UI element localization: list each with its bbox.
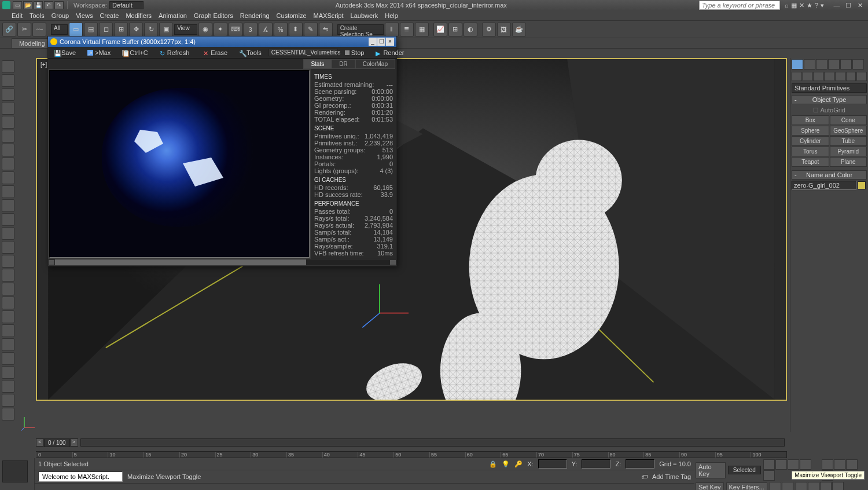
autogrid-checkbox[interactable]: ☐ AutoGrid: [792, 105, 867, 115]
goto-end-icon[interactable]: [763, 470, 775, 481]
named-selection-combo[interactable]: Create Selection Se: [337, 24, 384, 35]
new-file-icon[interactable]: ▭: [13, 1, 22, 9]
lock-selection-icon[interactable]: 🔒: [489, 460, 497, 468]
percent-snap-icon[interactable]: %: [274, 23, 288, 36]
angle-snap-icon[interactable]: ∡: [259, 23, 273, 36]
left-tool-24-icon[interactable]: [2, 380, 14, 393]
window-crossing-icon[interactable]: ⊞: [114, 23, 128, 36]
left-tool-17-icon[interactable]: [2, 283, 14, 295]
dropdown-icon[interactable]: ▾: [821, 2, 824, 9]
menu-group[interactable]: Group: [52, 12, 69, 19]
close-button[interactable]: ✕: [854, 2, 866, 9]
maximize-button[interactable]: ☐: [843, 2, 854, 9]
left-tool-1-icon[interactable]: [2, 60, 14, 73]
material-editor-icon[interactable]: ◐: [464, 23, 477, 36]
vfb-render-view[interactable]: [49, 70, 310, 258]
max-viewport-icon[interactable]: [832, 482, 844, 490]
vfb-hscrollbar[interactable]: [48, 259, 396, 266]
vfb-tomax-button[interactable]: ↗>Max: [83, 48, 115, 57]
left-tool-2-icon[interactable]: [2, 74, 14, 87]
time-tag-icon[interactable]: 🏷: [641, 473, 648, 480]
use-pivot-center-icon[interactable]: ◉: [198, 23, 212, 36]
left-tool-5-icon[interactable]: [2, 116, 14, 129]
create-cylinder-button[interactable]: Cylinder: [792, 136, 829, 146]
move-tool-icon[interactable]: ✥: [129, 23, 143, 36]
snap-toggle-icon[interactable]: 3: [244, 23, 258, 36]
create-tube-button[interactable]: Tube: [830, 136, 867, 146]
timeline-prev-button[interactable]: <: [36, 438, 44, 447]
min-max-toggle-icon[interactable]: [820, 482, 832, 490]
time-ruler[interactable]: 0510152025303540455055606570758085909510…: [36, 451, 787, 458]
spinner-snap-icon[interactable]: ⬍: [289, 23, 303, 36]
selection-lock-icon[interactable]: 🔑: [514, 460, 523, 468]
left-tool-22-icon[interactable]: [2, 352, 14, 365]
left-tool-26-icon[interactable]: [2, 408, 14, 420]
menu-customize[interactable]: Customize: [277, 12, 307, 19]
vfb-window[interactable]: Corona Virtual Frame Buffer (3000x1277px…: [47, 36, 397, 266]
select-by-name-icon[interactable]: ▤: [84, 23, 98, 36]
left-tool-18-icon[interactable]: [2, 297, 14, 309]
left-tool-15-icon[interactable]: [2, 255, 14, 268]
left-tool-6-icon[interactable]: [2, 130, 14, 142]
menu-laubwerk[interactable]: Laubwerk: [351, 12, 378, 19]
manipulate-icon[interactable]: ✦: [214, 23, 227, 36]
vfb-tools-button[interactable]: 🔧Tools: [234, 48, 266, 57]
vfb-tab-dr[interactable]: DR: [332, 59, 355, 69]
maxscript-listener[interactable]: Welcome to MAXScript.: [38, 471, 123, 482]
vfb-element-combo[interactable]: CESSENTIAL_Volumetrics: [269, 49, 338, 56]
ribbon-modeling-tab[interactable]: Modeling: [12, 38, 53, 48]
primitive-category-dropdown[interactable]: Standard Primitives: [792, 83, 867, 93]
display-tab-icon[interactable]: [840, 59, 852, 70]
bind-space-warp-icon[interactable]: 〰: [32, 23, 46, 36]
create-plane-button[interactable]: Plane: [830, 157, 867, 167]
helpers-cat-icon[interactable]: [835, 72, 845, 81]
timeline-track[interactable]: [80, 438, 785, 447]
minimize-button[interactable]: —: [831, 2, 843, 9]
object-color-swatch[interactable]: [858, 181, 866, 189]
exchange-icon[interactable]: ✕: [799, 2, 804, 9]
add-time-tag-button[interactable]: Add Time Tag: [652, 473, 691, 480]
arc-rotate-icon[interactable]: [834, 459, 845, 470]
key-filters-button[interactable]: Key Filters...: [726, 482, 767, 490]
vfb-minimize-button[interactable]: _: [369, 38, 377, 46]
open-file-icon[interactable]: 📂: [23, 1, 32, 9]
search-icon[interactable]: ⌕: [785, 2, 789, 9]
goto-start-icon[interactable]: [763, 459, 775, 470]
keyboard-shortcut-icon[interactable]: ⌨: [229, 23, 242, 36]
timeline-next-button[interactable]: >: [70, 438, 78, 447]
menu-create[interactable]: Create: [100, 12, 119, 19]
vfb-copy-button[interactable]: 📋Ctrl+C: [117, 48, 152, 57]
vfb-close-button[interactable]: ×: [386, 38, 394, 46]
left-tool-7-icon[interactable]: [2, 144, 14, 156]
render-frame-icon[interactable]: 🖼: [497, 23, 511, 36]
named-sel-set-icon[interactable]: ✎: [304, 23, 318, 36]
vfb-erase-button[interactable]: ✕Erase: [198, 48, 232, 57]
help-icon[interactable]: ?: [815, 2, 818, 9]
shapes-cat-icon[interactable]: [803, 72, 813, 81]
create-sphere-button[interactable]: Sphere: [792, 126, 829, 136]
pan-view-icon[interactable]: [822, 459, 833, 470]
align-icon[interactable]: ⫴: [385, 23, 399, 36]
menu-views[interactable]: Views: [76, 12, 93, 19]
menu-animation[interactable]: Animation: [159, 12, 187, 19]
unlink-tool-icon[interactable]: ✂: [17, 23, 31, 36]
object-name-input[interactable]: [792, 181, 856, 190]
ref-coord-combo[interactable]: View: [174, 24, 197, 35]
scroll-left-icon[interactable]: [48, 259, 55, 265]
name-color-header[interactable]: -Name and Color: [792, 170, 867, 180]
left-tool-25-icon[interactable]: [2, 394, 14, 407]
curve-editor-icon[interactable]: 📈: [433, 23, 447, 36]
lights-cat-icon[interactable]: [813, 72, 823, 81]
link-tool-icon[interactable]: 🔗: [2, 23, 16, 36]
zoom-icon[interactable]: [846, 459, 858, 470]
left-tool-12-icon[interactable]: [2, 213, 14, 226]
menu-maxscript[interactable]: MAXScript: [314, 12, 344, 19]
menu-tools[interactable]: Tools: [30, 12, 45, 19]
left-tool-11-icon[interactable]: [2, 199, 14, 212]
frame-indicator[interactable]: 0 / 100: [44, 438, 70, 447]
vfb-stop-button[interactable]: Stop: [340, 48, 369, 57]
time-config-icon[interactable]: [782, 482, 793, 490]
menu-help[interactable]: Help: [385, 12, 398, 19]
left-tool-16-icon[interactable]: [2, 269, 14, 281]
selection-filter-combo[interactable]: All: [51, 24, 68, 35]
